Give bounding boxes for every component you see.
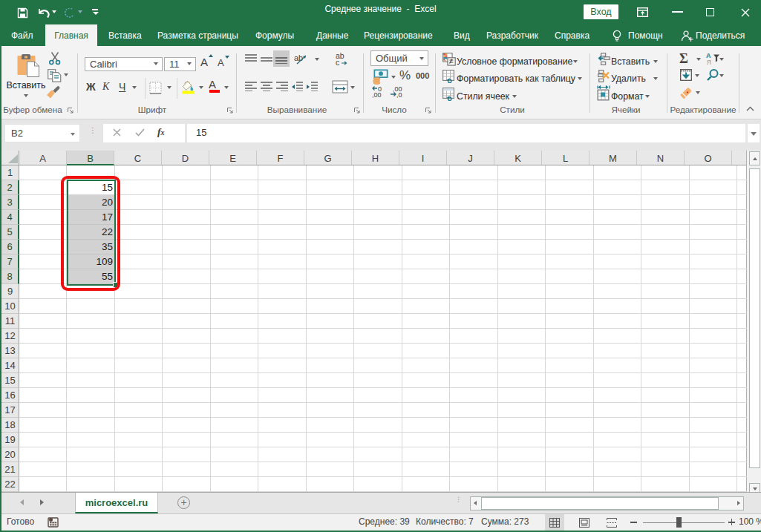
svg-text:Я: Я <box>707 59 712 65</box>
svg-text:,00: ,00 <box>372 91 382 98</box>
svg-text:c: c <box>336 58 339 67</box>
svg-text:,0: ,0 <box>396 91 402 98</box>
svg-text:ab: ab <box>294 53 303 62</box>
